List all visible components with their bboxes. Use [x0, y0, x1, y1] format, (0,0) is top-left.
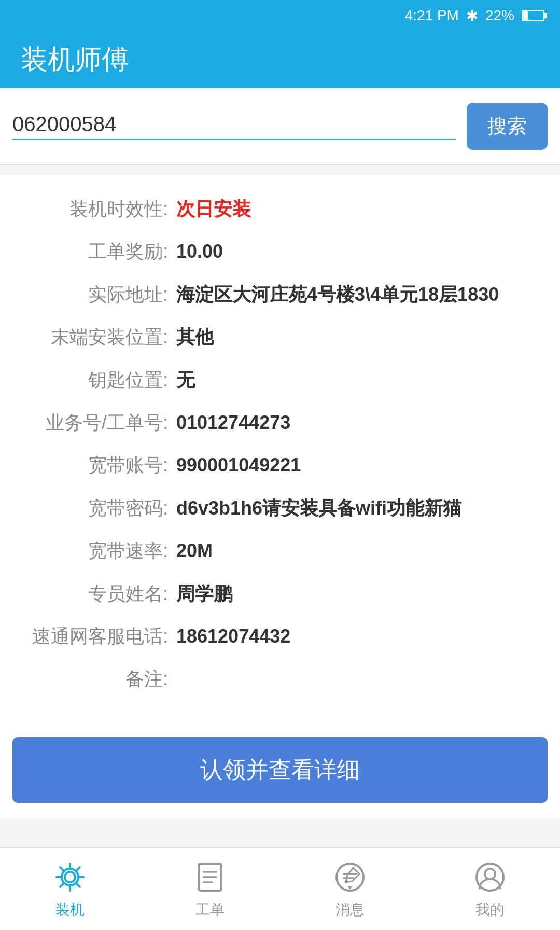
info-value-3: 其他	[176, 324, 539, 350]
nav-item-xiaoxi[interactable]: 消息	[280, 858, 420, 920]
info-section: 装机时效性:次日安装工单奖励:10.00实际地址:海淀区大河庄苑4号楼3\4单元…	[21, 196, 539, 692]
status-battery-percent: 22%	[485, 7, 514, 24]
info-value-8: 20M	[176, 538, 539, 564]
app-title: 装机师傅	[21, 41, 129, 78]
message-icon	[331, 858, 369, 896]
svg-point-0	[65, 872, 75, 882]
info-row: 宽带速率:20M	[21, 538, 539, 564]
search-area: 搜索	[0, 88, 560, 165]
info-label-8: 宽带速率:	[21, 538, 176, 564]
info-label-11: 备注:	[21, 666, 176, 692]
search-input[interactable]	[12, 113, 456, 136]
nav-label-wode: 我的	[475, 900, 505, 920]
document-icon	[191, 858, 229, 896]
claim-button[interactable]: 认领并查看详细	[12, 737, 548, 803]
info-value-1: 10.00	[176, 239, 539, 265]
nav-label-gongdan: 工单	[195, 900, 225, 920]
info-row: 宽带密码:d6v3b1h6请安装具备wifi功能新猫	[21, 495, 539, 521]
info-row: 装机时效性:次日安装	[21, 196, 539, 222]
info-label-7: 宽带密码:	[21, 495, 176, 521]
nav-item-gongdan[interactable]: 工单	[140, 858, 280, 920]
info-row: 业务号/工单号:01012744273	[21, 410, 539, 436]
bottom-nav: 装机 工单 消息	[0, 847, 560, 930]
info-value-2: 海淀区大河庄苑4号楼3\4单元18层1830	[176, 282, 539, 308]
app-header: 装机师傅	[0, 31, 560, 88]
info-value-10: 18612074432	[176, 623, 539, 649]
info-label-6: 宽带账号:	[21, 452, 176, 478]
search-input-wrapper	[12, 113, 456, 140]
info-label-9: 专员姓名:	[21, 581, 176, 607]
battery-icon	[522, 10, 544, 21]
info-row: 钥匙位置:无	[21, 367, 539, 393]
info-label-1: 工单奖励:	[21, 239, 176, 265]
info-row: 专员姓名:周学鹏	[21, 581, 539, 607]
info-label-10: 速通网客服电话:	[21, 623, 176, 649]
search-button[interactable]: 搜索	[467, 103, 548, 150]
info-row: 备注:	[21, 666, 539, 692]
info-label-2: 实际地址:	[21, 282, 176, 308]
nav-label-zhuangji: 装机	[55, 900, 85, 920]
info-label-0: 装机时效性:	[21, 196, 176, 222]
info-row: 末端安装位置:其他	[21, 324, 539, 350]
info-content: 装机时效性:次日安装工单奖励:10.00实际地址:海淀区大河庄苑4号楼3\4单元…	[0, 175, 560, 725]
info-label-5: 业务号/工单号:	[21, 410, 176, 436]
nav-item-zhuangji[interactable]: 装机	[0, 858, 140, 920]
info-value-0: 次日安装	[176, 196, 539, 222]
info-value-4: 无	[176, 367, 539, 393]
info-row: 实际地址:海淀区大河庄苑4号楼3\4单元18层1830	[21, 282, 539, 308]
status-time: 4:21 PM	[405, 7, 459, 24]
status-bar: 4:21 PM ✱ 22%	[0, 0, 560, 31]
svg-point-10	[485, 869, 495, 879]
status-bar-info: 4:21 PM ✱ 22%	[405, 7, 544, 24]
info-row: 宽带账号:990001049221	[21, 452, 539, 478]
nav-item-wode[interactable]: 我的	[420, 858, 560, 920]
gear-icon	[51, 858, 89, 896]
info-value-7: d6v3b1h6请安装具备wifi功能新猫	[176, 495, 539, 521]
info-value-9: 周学鹏	[176, 581, 539, 607]
bluetooth-icon: ✱	[466, 7, 478, 24]
info-value-5: 01012744273	[176, 410, 539, 436]
info-value-6: 990001049221	[176, 452, 539, 478]
user-icon	[471, 858, 509, 896]
info-row: 速通网客服电话:18612074432	[21, 623, 539, 649]
claim-button-wrapper: 认领并查看详细	[0, 725, 560, 818]
info-row: 工单奖励:10.00	[21, 239, 539, 265]
info-label-4: 钥匙位置:	[21, 367, 176, 393]
nav-label-xiaoxi: 消息	[335, 900, 365, 920]
info-label-3: 末端安装位置:	[21, 324, 176, 350]
